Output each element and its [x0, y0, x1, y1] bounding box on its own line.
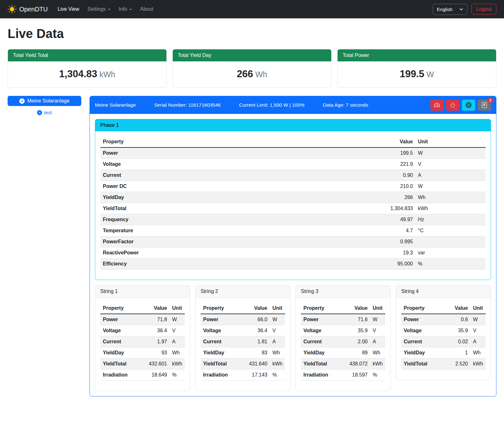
- power-icon: [450, 102, 456, 108]
- main-content: Live Data Total Yield Total 1,304.83kWh …: [0, 18, 504, 405]
- event-count-badge: 2: [488, 97, 493, 103]
- nav-item-settings[interactable]: Settings: [83, 4, 115, 15]
- unit-cell: A: [170, 336, 185, 347]
- value-cell: 93: [139, 347, 170, 358]
- value-cell: 438.072: [340, 358, 370, 370]
- unit-cell: Wh: [470, 347, 486, 358]
- brand[interactable]: OpenDTU: [8, 5, 48, 14]
- table-row: Power71.6W: [301, 314, 385, 325]
- value-cell: 0.6: [444, 314, 470, 325]
- value-cell: 95.000: [289, 259, 415, 270]
- value-cell: 2.520: [444, 358, 470, 370]
- string-card-2: String 2 Property Value Unit: [195, 285, 290, 391]
- summary-unit: kWh: [99, 70, 115, 79]
- language-select[interactable]: English: [433, 4, 467, 15]
- unit-cell: A: [470, 336, 486, 347]
- value-cell: 4.7: [289, 225, 415, 236]
- unit-cell: A: [370, 336, 385, 347]
- property-cell: Temperature: [100, 225, 289, 236]
- unit-cell: Hz: [415, 214, 486, 225]
- table-header-row: Property Value Unit: [401, 303, 486, 314]
- table-row: Current2.00A: [301, 336, 385, 347]
- nav-item-info[interactable]: Info: [115, 4, 136, 15]
- summary-card-title: Total Yield Day: [173, 49, 331, 61]
- table-row: Frequency49.97Hz: [100, 214, 486, 225]
- value-cell: 431.640: [240, 358, 270, 370]
- chevron-down-icon: [459, 7, 463, 11]
- unit-cell: %: [170, 370, 185, 381]
- unit-cell: W: [370, 314, 385, 325]
- unit-cell: A: [270, 336, 285, 347]
- property-cell: ReactivePower: [100, 247, 289, 259]
- column-header-unit: Unit: [170, 303, 185, 314]
- column-header-value: Value: [340, 303, 370, 314]
- power-settings-button[interactable]: [446, 100, 459, 111]
- table-row: Efficiency95.000%: [100, 259, 486, 270]
- check-circle-icon: [19, 98, 25, 104]
- value-cell: 18.597: [340, 370, 370, 381]
- table-row: YieldTotal432.601kWh: [100, 358, 185, 370]
- nav-item-live-view[interactable]: Live View: [53, 4, 83, 15]
- table-row: YieldTotal431.640kWh: [201, 358, 285, 370]
- table-row: Voltage36.4V: [100, 325, 185, 336]
- value-cell: 36.4: [240, 325, 270, 336]
- column-header-property: Property: [100, 303, 139, 314]
- summary-card-title: Total Yield Total: [8, 49, 166, 61]
- property-cell: Current: [401, 336, 444, 347]
- table-header-row: Property Value Unit: [301, 303, 385, 314]
- property-cell: Current: [100, 336, 139, 347]
- caret-down-icon: [129, 9, 132, 10]
- value-cell: 1.81: [240, 336, 270, 347]
- nav-item-about[interactable]: About: [136, 4, 158, 15]
- string-title: String 3: [296, 285, 390, 298]
- property-cell: Irradiation: [100, 370, 139, 381]
- property-cell: Efficiency: [100, 259, 289, 270]
- table-row: YieldTotal2.520kWh: [401, 358, 486, 370]
- unit-cell: kWh: [170, 358, 185, 370]
- table-row: Voltage35.9V: [401, 325, 486, 336]
- string-title: String 4: [396, 285, 491, 298]
- column-header-unit: Unit: [370, 303, 385, 314]
- unit-cell: Wh: [170, 347, 185, 358]
- table-row: YieldTotal1,304.833kWh: [100, 203, 486, 214]
- logout-button[interactable]: Logout: [471, 4, 496, 15]
- value-cell: 432.601: [139, 358, 170, 370]
- value-cell: 19.3: [289, 247, 415, 259]
- device-info-button[interactable]: [462, 100, 475, 111]
- table-row: YieldTotal438.072kWh: [301, 358, 385, 370]
- column-header-value: Value: [240, 303, 270, 314]
- value-cell: 2.00: [340, 336, 370, 347]
- string-title: String 2: [196, 285, 290, 298]
- inverter-select-label: Meine Solaranlage: [27, 98, 69, 104]
- string-table: Property Value Unit Power0.6W Voltage35.…: [401, 303, 486, 370]
- phase-card: Phase 1 Property Value Unit: [95, 119, 491, 280]
- property-cell: Irradiation: [201, 370, 240, 381]
- property-cell: Voltage: [401, 325, 444, 336]
- table-row: Irradiation18.649%: [100, 370, 185, 381]
- limit-settings-button[interactable]: [430, 100, 444, 111]
- property-cell: YieldTotal: [100, 358, 139, 370]
- property-cell: Current: [301, 336, 340, 347]
- event-log-button[interactable]: 2: [478, 100, 491, 111]
- string-card-4: String 4 Property Value Unit: [396, 285, 491, 380]
- table-row: PowerFactor0.995: [100, 236, 486, 247]
- unit-cell: V: [415, 159, 486, 170]
- value-cell: 0.02: [444, 336, 470, 347]
- summary-value: 266: [237, 68, 253, 79]
- table-row: Power199.5W: [100, 147, 486, 159]
- property-cell: YieldDay: [201, 347, 240, 358]
- column-header-property: Property: [100, 136, 289, 147]
- unit-cell: %: [270, 370, 285, 381]
- inverter-select-button-meine-solaranlage[interactable]: Meine Solaranlage: [8, 96, 81, 106]
- value-cell: 266: [289, 192, 415, 203]
- inverter-current-limit: Current Limit: 1,500 W | 100%: [239, 102, 304, 108]
- unit-cell: V: [370, 325, 385, 336]
- unit-cell: Wh: [270, 347, 285, 358]
- property-cell: Irradiation: [301, 370, 340, 381]
- unit-cell: °C: [415, 225, 486, 236]
- inverter-select-button-test[interactable]: test: [34, 109, 54, 116]
- property-cell: YieldDay: [100, 347, 139, 358]
- table-row: YieldDay83Wh: [201, 347, 285, 358]
- table-row: Power0.6W: [401, 314, 486, 325]
- column-header-value: Value: [139, 303, 170, 314]
